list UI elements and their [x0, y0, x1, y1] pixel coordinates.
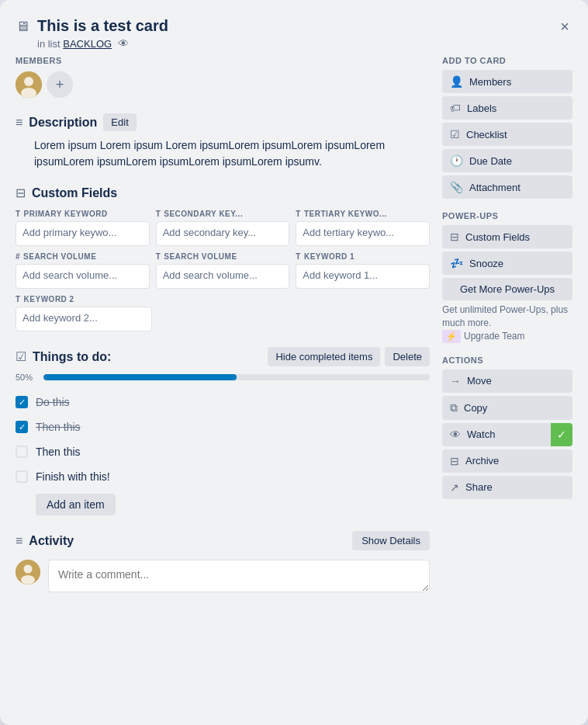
item-text-1: Then this	[36, 421, 81, 433]
description-title: Description	[29, 116, 97, 130]
custom-fields-power-up-button[interactable]: ⊟ Custom Fields	[442, 225, 572, 248]
cf-input-3[interactable]: Add search volume...	[16, 264, 150, 289]
cf-grid-row2: # SEARCH VOLUME Add search volume... T S…	[16, 252, 430, 289]
card-title: This is a test card	[37, 16, 549, 36]
progress-bar-fill	[43, 374, 237, 380]
upgrade-text: Get unlimited Power-Ups, plus much more.	[442, 304, 568, 328]
add-labels-button[interactable]: 🏷 Labels	[442, 96, 572, 120]
cf-label-3: # SEARCH VOLUME	[16, 252, 150, 261]
progress-bar-background	[43, 374, 430, 380]
add-to-card-label: ADD TO CARD	[442, 56, 572, 65]
show-details-button[interactable]: Show Details	[352, 531, 430, 550]
cf-header: ⊟ Custom Fields	[16, 186, 430, 200]
watch-label: Watch	[467, 428, 495, 440]
custom-fields-pu-icon: ⊟	[450, 231, 459, 243]
desc-header: ≡ Description Edit	[16, 113, 430, 131]
cf-type-6: T	[16, 295, 21, 304]
member-avatar[interactable]	[16, 71, 42, 98]
watch-eye-icon: 👁	[450, 428, 461, 441]
actions-section: ACTIONS → Move ⧉ Copy 👁 Watch ✓	[442, 356, 572, 499]
members-section: MEMBERS +	[16, 56, 430, 98]
add-attachment-label: Attachment	[469, 182, 521, 193]
comment-input[interactable]	[48, 560, 430, 592]
watch-button[interactable]: 👁 Watch	[442, 423, 551, 446]
custom-fields-section: ⊟ Custom Fields T PRIMARY KEYWORD Add pr…	[16, 186, 430, 331]
cf-input-0[interactable]: Add primary keywo...	[16, 221, 150, 246]
checkbox-0[interactable]	[16, 396, 28, 408]
members-label: MEMBERS	[16, 56, 430, 65]
edit-description-button[interactable]: Edit	[103, 113, 136, 131]
cf-input-2[interactable]: Add tertiary keywo...	[296, 221, 430, 246]
checklist-item-1: Then this	[16, 415, 430, 439]
checklist-buttons: Hide completed items Delete	[268, 347, 430, 366]
snooze-button[interactable]: 💤 Snooze	[442, 251, 572, 275]
cf-label-4: T SEARCH VOLUME	[156, 252, 290, 261]
upgrade-link[interactable]: ⚡ Upgrade Team	[442, 330, 525, 343]
cf-field-4: T SEARCH VOLUME Add search volume...	[156, 252, 290, 289]
card-icon: 🖥	[16, 19, 29, 35]
cf-grid-row1: T PRIMARY KEYWORD Add primary keywo... T…	[16, 210, 430, 246]
cf-input-4[interactable]: Add search volume...	[156, 264, 290, 289]
members-icon: 👤	[450, 75, 463, 88]
checkbox-2[interactable]	[16, 446, 28, 458]
description-icon: ≡	[16, 116, 22, 130]
delete-checklist-button[interactable]: Delete	[385, 347, 430, 366]
cf-input-5[interactable]: Add keyword 1...	[296, 264, 430, 289]
archive-label: Archive	[465, 455, 499, 467]
cf-type-1: T	[156, 210, 161, 218]
activity-title-row: ≡ Activity	[16, 534, 74, 548]
checklist-section: ☑ Things to do: Hide completed items Del…	[16, 347, 430, 515]
share-button[interactable]: ↗ Share	[442, 476, 572, 499]
cf-input-1[interactable]: Add secondary key...	[156, 221, 290, 246]
upgrade-label: Upgrade Team	[464, 330, 525, 343]
watch-check-button[interactable]: ✓	[551, 423, 572, 446]
activity-header: ≡ Activity Show Details	[16, 531, 430, 550]
checkbox-3[interactable]	[16, 470, 28, 483]
comment-row	[16, 560, 430, 592]
checklist-add-icon: ☑	[450, 128, 460, 140]
checklist-item-3: Finish with this!	[16, 464, 430, 489]
watch-icon[interactable]: 👁	[118, 37, 129, 50]
item-text-0: Do this	[36, 396, 70, 408]
archive-icon: ⊟	[450, 455, 459, 467]
checkbox-1[interactable]	[16, 421, 28, 433]
in-list-text: in list	[37, 38, 61, 50]
move-icon: →	[450, 375, 461, 387]
progress-percent: 50%	[16, 373, 37, 382]
progress-row: 50%	[16, 373, 430, 382]
add-item-button[interactable]: Add an item	[36, 494, 116, 515]
power-ups-section: POWER-UPS ⊟ Custom Fields 💤 Snooze Get M…	[442, 211, 572, 343]
cf-type-3: #	[16, 252, 20, 261]
comment-avatar	[16, 560, 40, 585]
get-more-power-ups-button[interactable]: Get More Power-Ups	[442, 278, 572, 300]
add-due-date-button[interactable]: 🕐 Due Date	[442, 149, 572, 172]
modal-body: MEMBERS + ≡ Description	[0, 56, 588, 725]
checklist-item-0: Do this	[16, 390, 430, 415]
hide-completed-button[interactable]: Hide completed items	[268, 347, 380, 366]
actions-label: ACTIONS	[442, 356, 572, 365]
sidebar: ADD TO CARD 👤 Members 🏷 Labels ☑ Checkli…	[442, 56, 572, 709]
add-member-button[interactable]: +	[47, 71, 73, 98]
custom-fields-icon: ⊟	[16, 186, 26, 200]
add-checklist-button[interactable]: ☑ Checklist	[442, 123, 572, 146]
activity-section: ≡ Activity Show Details	[16, 531, 430, 592]
modal-header: 🖥 This is a test card in list BACKLOG 👁 …	[0, 0, 588, 56]
card-modal: 🖥 This is a test card in list BACKLOG 👁 …	[0, 0, 588, 725]
item-text-2: Then this	[36, 446, 81, 458]
list-name-link[interactable]: BACKLOG	[63, 38, 112, 50]
copy-button[interactable]: ⧉ Copy	[442, 396, 572, 420]
share-icon: ↗	[450, 481, 459, 494]
cf-type-5: T	[296, 252, 301, 261]
activity-icon: ≡	[16, 534, 22, 548]
add-members-button[interactable]: 👤 Members	[442, 70, 572, 93]
cf-label-5: T KEYWORD 1	[296, 252, 430, 261]
cf-type-0: T	[16, 210, 21, 218]
move-button[interactable]: → Move	[442, 369, 572, 393]
cf-field-5: T KEYWORD 1 Add keyword 1...	[296, 252, 430, 289]
close-button[interactable]: ×	[557, 16, 572, 37]
cf-input-6[interactable]: Add keyword 2...	[16, 307, 152, 331]
upgrade-row: Get unlimited Power-Ups, plus much more.…	[442, 304, 572, 343]
description-text: Lorem ipsum Lorem ipsum Lorem ipsumLorem…	[34, 137, 430, 170]
add-attachment-button[interactable]: 📎 Attachment	[442, 175, 572, 199]
archive-button[interactable]: ⊟ Archive	[442, 449, 572, 473]
